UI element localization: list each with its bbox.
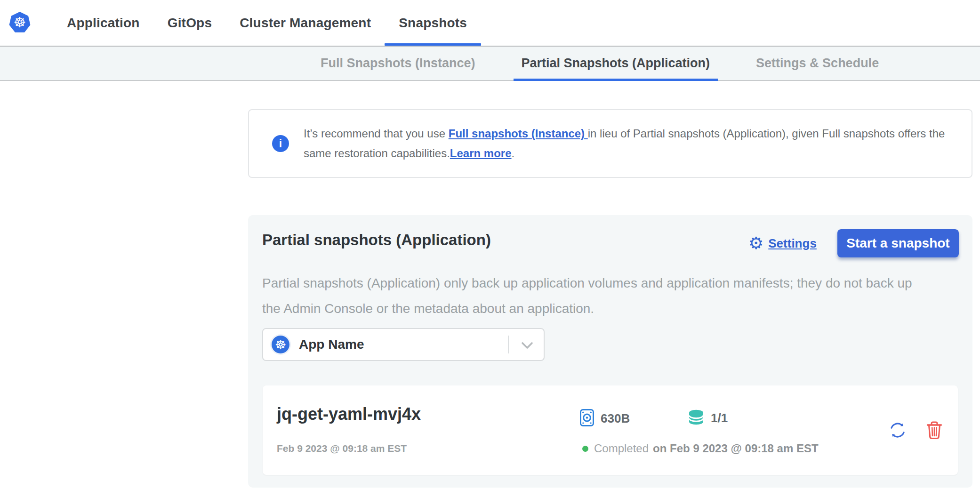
banner-text-part4: . (512, 147, 515, 160)
restore-snapshot-button[interactable] (887, 420, 908, 441)
nav-item-cluster-management[interactable]: Cluster Management (240, 0, 371, 46)
snapshots-tab-bar: Full Snapshots (Instance) Partial Snapsh… (0, 46, 980, 81)
database-icon (688, 409, 704, 427)
page-title: Partial snapshots (Application) (262, 231, 491, 249)
banner-text-part1: It’s recommend that you use (304, 127, 449, 140)
status-dot-icon (582, 446, 588, 452)
app-select-value: App Name (299, 337, 364, 352)
nav-item-gitops[interactable]: GitOps (168, 0, 212, 46)
panel-description: Partial snapshots (Application) only bac… (262, 271, 912, 321)
info-banner: i It’s recommend that you use Full snaps… (248, 109, 972, 178)
trash-icon (925, 434, 943, 441)
delete-snapshot-button[interactable] (925, 420, 943, 440)
banner-text-part3: same restoration capabilities. (304, 147, 450, 160)
tab-settings-and-schedule[interactable]: Settings & Schedule (756, 47, 879, 80)
chevron-down-icon (521, 342, 533, 351)
snapshot-size-value: 630B (601, 411, 630, 426)
panel-description-line2: the Admin Console or the metadata about … (262, 301, 594, 316)
info-icon: i (272, 135, 289, 152)
restore-icon (887, 435, 908, 442)
gear-icon: ⚙ (748, 235, 763, 252)
disk-icon (580, 409, 594, 428)
info-banner-text: It’s recommend that you use Full snapsho… (304, 124, 945, 163)
snapshot-row[interactable]: jq-get-yaml-mvj4x Feb 9 2023 @ 09:18 am … (263, 385, 958, 475)
snapshot-status: Completed on Feb 9 2023 @ 09:18 am EST (582, 442, 819, 455)
status-label: Completed (594, 442, 649, 455)
status-completed-at: on Feb 9 2023 @ 09:18 am EST (653, 442, 819, 455)
learn-more-link[interactable]: Learn more (450, 147, 512, 160)
kubernetes-logo-icon: ☸ (8, 11, 31, 34)
snapshot-volumes-metric: 1/1 (688, 409, 728, 427)
snapshot-volumes-value: 1/1 (711, 411, 728, 425)
tab-full-snapshots-instance[interactable]: Full Snapshots (Instance) (321, 47, 475, 80)
settings-link-label: Settings (768, 236, 817, 251)
nav-item-application[interactable]: Application (67, 0, 140, 46)
top-navbar: ☸ Application GitOps Cluster Management … (0, 0, 980, 46)
snapshot-size-metric: 630B (580, 409, 630, 428)
partial-snapshots-panel: Partial snapshots (Application) ⚙ Settin… (248, 215, 972, 488)
tab-partial-snapshots-application[interactable]: Partial Snapshots (Application) (522, 47, 710, 80)
primary-nav: Application GitOps Cluster Management Sn… (67, 0, 467, 46)
banner-text-part2: in lieu of Partial snapshots (Applicatio… (588, 127, 945, 140)
snapshot-name: jq-get-yaml-mvj4x (277, 404, 421, 424)
panel-description-line1: Partial snapshots (Application) only bac… (262, 276, 912, 290)
app-name-select[interactable]: ☸ App Name (262, 328, 545, 361)
full-snapshots-instance-link[interactable]: Full snapshots (Instance) (449, 127, 588, 140)
nav-item-snapshots[interactable]: Snapshots (399, 0, 467, 46)
snapshot-settings-link[interactable]: ⚙ Settings (748, 235, 817, 252)
svg-text:☸: ☸ (14, 14, 26, 31)
select-divider (508, 336, 509, 353)
start-snapshot-button[interactable]: Start a snapshot (837, 229, 959, 257)
snapshot-created-at: Feb 9 2023 @ 09:18 am EST (277, 443, 407, 454)
app-kubernetes-icon: ☸ (272, 336, 289, 353)
snapshots-tabs: Full Snapshots (Instance) Partial Snapsh… (321, 47, 879, 80)
